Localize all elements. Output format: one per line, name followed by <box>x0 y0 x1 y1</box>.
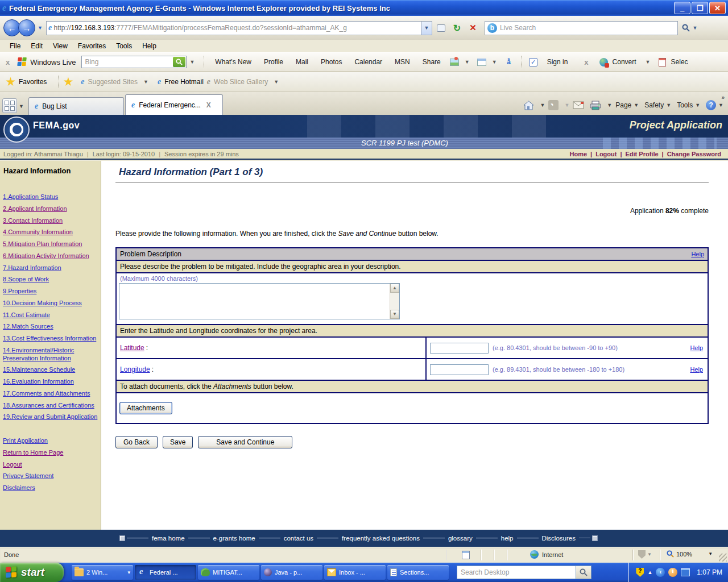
scroll-up-icon[interactable]: ▲ <box>390 284 399 293</box>
print-dropdown[interactable]: ▼ <box>607 102 612 108</box>
problem-help-link[interactable]: Help <box>691 251 704 257</box>
save-button[interactable]: Save <box>163 436 193 448</box>
sidebar-item[interactable]: 1.Application Status <box>3 193 98 201</box>
live-toolbar-link[interactable]: Mail <box>289 58 315 66</box>
footer-link[interactable]: contact us <box>282 535 315 542</box>
bing-search-button[interactable] <box>173 57 185 67</box>
sidebar-item[interactable]: 15.Maintenance Schedule <box>3 366 98 374</box>
save-and-continue-button[interactable]: Save and Continue <box>198 436 292 448</box>
sign-in-link[interactable]: Sign in <box>541 58 574 66</box>
sidebar-item[interactable]: 5.Mitigation Plan Information <box>3 240 98 248</box>
sidebar-item[interactable]: Print Application <box>3 437 98 445</box>
desktop-search-input[interactable] <box>457 566 576 579</box>
safety-menu-button[interactable]: Safety▼ <box>642 100 673 110</box>
free-hotmail-button[interactable]: Free Hotmail <box>164 78 204 86</box>
footer-link[interactable]: e-grants home <box>212 535 257 542</box>
favorites-button[interactable]: Favorites <box>19 78 47 86</box>
home-button[interactable] <box>521 99 536 111</box>
recent-pages-dropdown[interactable]: ▼ <box>38 25 43 31</box>
change-password-link[interactable]: Change Password <box>664 151 725 157</box>
stop-button[interactable]: ✕ <box>466 21 480 35</box>
scroll-down-icon[interactable]: ▼ <box>390 310 399 319</box>
desktop-search-box[interactable] <box>457 566 592 579</box>
live-toolbar-link[interactable]: Photos <box>315 58 348 66</box>
home-link[interactable]: Home <box>566 151 591 157</box>
taskbar-task-button[interactable]: MITIGAT... <box>198 565 259 580</box>
live-toolbar-link[interactable]: Profile <box>258 58 289 66</box>
bing-search-box[interactable] <box>81 56 187 68</box>
quick-tabs-button[interactable] <box>2 98 17 113</box>
convert-dropdown-arrow[interactable]: ▼ <box>646 59 651 65</box>
translate-icon[interactable]: a̐ <box>503 57 515 67</box>
edit-profile-link[interactable]: Edit Profile <box>622 151 662 157</box>
zoom-control[interactable]: 100% ▼ <box>667 550 713 558</box>
sidebar-item[interactable]: 4.Community Information <box>3 228 98 236</box>
sidebar-item[interactable]: Logout <box>3 461 98 469</box>
sidebar-item[interactable]: Privacy Statement <box>3 472 98 480</box>
taskbar-task-button[interactable]: 2 Win... ▾ <box>72 565 133 580</box>
problem-description-textarea[interactable]: ▲ ▼ <box>119 283 400 319</box>
taskbar-task-button[interactable]: Java - p... <box>261 565 322 580</box>
photo-upload-icon[interactable] <box>448 57 461 67</box>
sidebar-item[interactable]: 9.Properties <box>3 288 98 296</box>
tab-bug-list[interactable]: e Bug List <box>28 97 124 115</box>
sidebar-item[interactable]: 8.Scope of Work <box>3 276 98 284</box>
page-menu-button[interactable]: Page▼ <box>613 100 641 110</box>
sidebar-item[interactable]: 12.Match Sources <box>3 323 98 331</box>
tab-close-icon[interactable]: X <box>206 101 211 109</box>
resize-grip[interactable] <box>719 554 727 562</box>
close-button[interactable]: ✕ <box>709 2 726 14</box>
fema-gov-logo[interactable]: FEMA.gov <box>33 120 80 131</box>
refresh-button[interactable]: ↻ <box>450 21 464 35</box>
longitude-link[interactable]: Longitude <box>120 365 150 373</box>
latitude-link[interactable]: Latitude <box>120 344 144 352</box>
restore-button[interactable]: ❐ <box>692 2 708 14</box>
home-dropdown[interactable]: ▼ <box>540 102 545 108</box>
toolbar-close-icon[interactable]: x <box>6 58 10 66</box>
sidebar-item[interactable]: 10.Decision Making Process <box>3 300 98 307</box>
convert-link[interactable]: Convert <box>611 58 643 66</box>
search-go-button[interactable]: ▼ <box>678 21 702 35</box>
tray-network-icon[interactable] <box>681 568 690 576</box>
sidebar-item[interactable]: 18.Assurances and Certifications <box>3 402 98 410</box>
task-dropdown-arrow[interactable]: ▾ <box>127 569 130 575</box>
address-dropdown[interactable]: ▼ <box>421 21 432 35</box>
panel-icon[interactable] <box>475 57 488 67</box>
tray-language-icon[interactable]: ‹ <box>656 568 665 577</box>
forward-button[interactable]: → <box>18 19 35 36</box>
sidebar-item[interactable]: 11.Cost Estimate <box>3 311 98 319</box>
live-toolbar-link[interactable]: Calendar <box>348 58 388 66</box>
live-search-input[interactable] <box>500 24 675 32</box>
live-toolbar-link[interactable]: MSN <box>388 58 416 66</box>
print-button[interactable] <box>588 99 603 111</box>
web-slice-dropdown[interactable]: ▼ <box>274 79 279 85</box>
taskbar-task-button[interactable]: Federal ... <box>135 565 196 580</box>
menu-file[interactable]: File <box>5 41 26 51</box>
desktop-search-button[interactable] <box>576 566 592 579</box>
footer-link[interactable]: Disclosures <box>540 535 577 542</box>
attachments-button[interactable]: Attachments <box>119 402 172 414</box>
tray-alert-icon[interactable]: ? <box>636 568 644 577</box>
zoom-dropdown[interactable]: ▼ <box>708 551 713 556</box>
live-search-box[interactable]: b <box>485 21 678 35</box>
sidebar-item[interactable]: 16.Evaluation Information <box>3 378 98 386</box>
menu-edit[interactable]: Edit <box>26 41 48 51</box>
toolbar-overflow-chevron[interactable]: » <box>721 94 725 101</box>
photo-dropdown-arrow[interactable]: ▼ <box>465 59 470 65</box>
select-link[interactable]: Selec <box>670 58 688 66</box>
web-slice-gallery-button[interactable]: Web Slice Gallery <box>214 78 268 86</box>
longitude-help-link[interactable]: Help <box>690 366 703 373</box>
sidebar-item[interactable]: 13.Cost Effectiveness Information <box>3 335 98 343</box>
help-button[interactable]: ?▼ <box>704 99 726 111</box>
menu-favorites[interactable]: Favorites <box>73 41 111 51</box>
textarea-scrollbar[interactable]: ▲ ▼ <box>390 284 399 319</box>
toolbar-close-icon-2[interactable]: x <box>584 58 588 66</box>
tray-sync-icon[interactable] <box>668 568 677 577</box>
bing-search-input[interactable] <box>82 58 173 66</box>
sidebar-item[interactable]: 17.Comments and Attachments <box>3 390 98 398</box>
add-favorite-icon[interactable] <box>63 77 73 87</box>
start-button[interactable]: start <box>0 563 64 582</box>
live-toolbar-link[interactable]: What's New <box>209 58 258 66</box>
sidebar-item[interactable]: Disclaimers <box>3 484 98 492</box>
sidebar-item[interactable]: 7.Hazard Information <box>3 264 98 272</box>
